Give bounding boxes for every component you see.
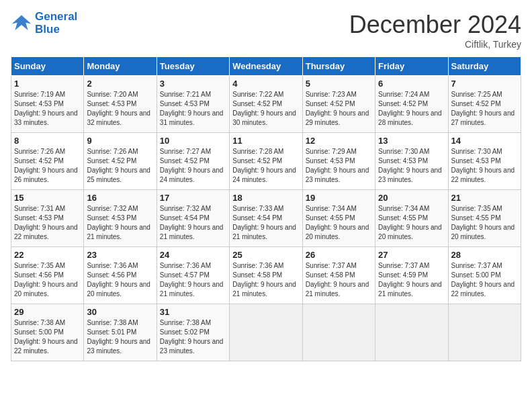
day-number: 3 bbox=[160, 79, 226, 89]
day-number: 25 bbox=[232, 250, 299, 260]
calendar-cell: 30Sunrise: 7:38 AMSunset: 5:01 PMDayligh… bbox=[84, 304, 157, 361]
day-number: 24 bbox=[160, 250, 226, 260]
page-header: General Blue December 2024 Ciftlik, Turk… bbox=[11, 11, 521, 50]
calendar-cell: 11Sunrise: 7:28 AMSunset: 4:52 PMDayligh… bbox=[230, 133, 302, 190]
calendar-cell: 12Sunrise: 7:29 AMSunset: 4:53 PMDayligh… bbox=[302, 133, 375, 190]
day-info: Sunrise: 7:34 AMSunset: 4:55 PMDaylight:… bbox=[378, 204, 445, 242]
day-number: 10 bbox=[160, 136, 226, 146]
calendar-cell: 27Sunrise: 7:37 AMSunset: 4:59 PMDayligh… bbox=[375, 247, 448, 304]
calendar-cell: 20Sunrise: 7:34 AMSunset: 4:55 PMDayligh… bbox=[375, 190, 448, 247]
day-info: Sunrise: 7:21 AMSunset: 4:53 PMDaylight:… bbox=[160, 90, 226, 128]
day-info: Sunrise: 7:36 AMSunset: 4:56 PMDaylight:… bbox=[87, 261, 153, 299]
day-header-tuesday: Tuesday bbox=[157, 57, 229, 76]
day-info: Sunrise: 7:35 AMSunset: 4:55 PMDaylight:… bbox=[451, 204, 518, 242]
day-info: Sunrise: 7:38 AMSunset: 5:00 PMDaylight:… bbox=[14, 318, 81, 356]
calendar-week-row: 29Sunrise: 7:38 AMSunset: 5:00 PMDayligh… bbox=[11, 304, 521, 361]
calendar-cell: 24Sunrise: 7:36 AMSunset: 4:57 PMDayligh… bbox=[157, 247, 229, 304]
title-block: December 2024 Ciftlik, Turkey bbox=[349, 11, 521, 50]
day-number: 30 bbox=[87, 307, 153, 317]
calendar-cell: 14Sunrise: 7:30 AMSunset: 4:53 PMDayligh… bbox=[448, 133, 521, 190]
day-number: 12 bbox=[306, 136, 372, 146]
day-number: 2 bbox=[87, 79, 153, 89]
day-info: Sunrise: 7:30 AMSunset: 4:53 PMDaylight:… bbox=[451, 147, 518, 185]
day-info: Sunrise: 7:36 AMSunset: 4:57 PMDaylight:… bbox=[160, 261, 226, 299]
day-info: Sunrise: 7:32 AMSunset: 4:53 PMDaylight:… bbox=[87, 204, 153, 242]
day-number: 9 bbox=[87, 136, 153, 146]
calendar-cell: 4Sunrise: 7:22 AMSunset: 4:52 PMDaylight… bbox=[230, 76, 302, 133]
day-info: Sunrise: 7:25 AMSunset: 4:52 PMDaylight:… bbox=[451, 90, 518, 128]
day-info: Sunrise: 7:27 AMSunset: 4:52 PMDaylight:… bbox=[160, 147, 226, 185]
calendar-cell: 19Sunrise: 7:34 AMSunset: 4:55 PMDayligh… bbox=[302, 190, 375, 247]
svg-marker-0 bbox=[12, 15, 32, 30]
day-header-monday: Monday bbox=[84, 57, 157, 76]
calendar-week-row: 15Sunrise: 7:31 AMSunset: 4:53 PMDayligh… bbox=[11, 190, 521, 247]
day-info: Sunrise: 7:24 AMSunset: 4:52 PMDaylight:… bbox=[378, 90, 445, 128]
calendar-cell: 6Sunrise: 7:24 AMSunset: 4:52 PMDaylight… bbox=[375, 76, 448, 133]
day-info: Sunrise: 7:22 AMSunset: 4:52 PMDaylight:… bbox=[232, 90, 299, 128]
day-number: 11 bbox=[232, 136, 299, 146]
day-number: 31 bbox=[160, 307, 226, 317]
location: Ciftlik, Turkey bbox=[349, 39, 521, 50]
day-info: Sunrise: 7:36 AMSunset: 4:58 PMDaylight:… bbox=[232, 261, 299, 299]
day-info: Sunrise: 7:37 AMSunset: 4:59 PMDaylight:… bbox=[378, 261, 445, 299]
calendar-cell: 31Sunrise: 7:38 AMSunset: 5:02 PMDayligh… bbox=[157, 304, 229, 361]
day-info: Sunrise: 7:31 AMSunset: 4:53 PMDaylight:… bbox=[14, 204, 81, 242]
day-info: Sunrise: 7:23 AMSunset: 4:52 PMDaylight:… bbox=[306, 90, 372, 128]
day-info: Sunrise: 7:33 AMSunset: 4:54 PMDaylight:… bbox=[232, 204, 299, 242]
day-info: Sunrise: 7:32 AMSunset: 4:54 PMDaylight:… bbox=[160, 204, 226, 242]
calendar-cell: 16Sunrise: 7:32 AMSunset: 4:53 PMDayligh… bbox=[84, 190, 157, 247]
day-number: 5 bbox=[306, 79, 372, 89]
day-header-sunday: Sunday bbox=[11, 57, 84, 76]
day-info: Sunrise: 7:38 AMSunset: 5:02 PMDaylight:… bbox=[160, 318, 226, 356]
day-number: 27 bbox=[378, 250, 445, 260]
day-header-friday: Friday bbox=[375, 57, 448, 76]
day-number: 28 bbox=[451, 250, 518, 260]
calendar-cell: 7Sunrise: 7:25 AMSunset: 4:52 PMDaylight… bbox=[448, 76, 521, 133]
calendar-cell: 8Sunrise: 7:26 AMSunset: 4:52 PMDaylight… bbox=[11, 133, 84, 190]
day-number: 22 bbox=[14, 250, 81, 260]
day-number: 29 bbox=[14, 307, 81, 317]
calendar-cell: 26Sunrise: 7:37 AMSunset: 4:58 PMDayligh… bbox=[302, 247, 375, 304]
calendar-cell: 23Sunrise: 7:36 AMSunset: 4:56 PMDayligh… bbox=[84, 247, 157, 304]
day-header-saturday: Saturday bbox=[448, 57, 521, 76]
day-number: 7 bbox=[451, 79, 518, 89]
day-number: 8 bbox=[14, 136, 81, 146]
day-number: 6 bbox=[378, 79, 445, 89]
day-header-thursday: Thursday bbox=[302, 57, 375, 76]
day-number: 1 bbox=[14, 79, 81, 89]
day-number: 23 bbox=[87, 250, 153, 260]
day-info: Sunrise: 7:37 AMSunset: 4:58 PMDaylight:… bbox=[306, 261, 372, 299]
calendar-cell: 21Sunrise: 7:35 AMSunset: 4:55 PMDayligh… bbox=[448, 190, 521, 247]
calendar-cell: 15Sunrise: 7:31 AMSunset: 4:53 PMDayligh… bbox=[11, 190, 84, 247]
calendar-table: SundayMondayTuesdayWednesdayThursdayFrid… bbox=[11, 56, 521, 361]
day-number: 17 bbox=[160, 193, 226, 203]
day-info: Sunrise: 7:19 AMSunset: 4:53 PMDaylight:… bbox=[14, 90, 81, 128]
calendar-cell: 13Sunrise: 7:30 AMSunset: 4:53 PMDayligh… bbox=[375, 133, 448, 190]
day-number: 26 bbox=[306, 250, 372, 260]
day-info: Sunrise: 7:30 AMSunset: 4:53 PMDaylight:… bbox=[378, 147, 445, 185]
day-number: 15 bbox=[14, 193, 81, 203]
calendar-cell: 5Sunrise: 7:23 AMSunset: 4:52 PMDaylight… bbox=[302, 76, 375, 133]
calendar-cell: 29Sunrise: 7:38 AMSunset: 5:00 PMDayligh… bbox=[11, 304, 84, 361]
day-info: Sunrise: 7:29 AMSunset: 4:53 PMDaylight:… bbox=[306, 147, 372, 185]
calendar-cell bbox=[448, 304, 521, 361]
calendar-cell: 17Sunrise: 7:32 AMSunset: 4:54 PMDayligh… bbox=[157, 190, 229, 247]
logo: General Blue bbox=[11, 11, 77, 36]
day-number: 19 bbox=[306, 193, 372, 203]
day-info: Sunrise: 7:26 AMSunset: 4:52 PMDaylight:… bbox=[14, 147, 81, 185]
calendar-cell: 9Sunrise: 7:26 AMSunset: 4:52 PMDaylight… bbox=[84, 133, 157, 190]
calendar-cell: 3Sunrise: 7:21 AMSunset: 4:53 PMDaylight… bbox=[157, 76, 229, 133]
calendar-cell: 2Sunrise: 7:20 AMSunset: 4:53 PMDaylight… bbox=[84, 76, 157, 133]
day-number: 18 bbox=[232, 193, 299, 203]
day-info: Sunrise: 7:37 AMSunset: 5:00 PMDaylight:… bbox=[451, 261, 518, 299]
day-info: Sunrise: 7:38 AMSunset: 5:01 PMDaylight:… bbox=[87, 318, 153, 356]
calendar-cell: 10Sunrise: 7:27 AMSunset: 4:52 PMDayligh… bbox=[157, 133, 229, 190]
day-info: Sunrise: 7:34 AMSunset: 4:55 PMDaylight:… bbox=[306, 204, 372, 242]
calendar-cell: 22Sunrise: 7:35 AMSunset: 4:56 PMDayligh… bbox=[11, 247, 84, 304]
day-number: 16 bbox=[87, 193, 153, 203]
calendar-week-row: 22Sunrise: 7:35 AMSunset: 4:56 PMDayligh… bbox=[11, 247, 521, 304]
calendar-cell: 1Sunrise: 7:19 AMSunset: 4:53 PMDaylight… bbox=[11, 76, 84, 133]
calendar-cell: 18Sunrise: 7:33 AMSunset: 4:54 PMDayligh… bbox=[230, 190, 302, 247]
day-number: 21 bbox=[451, 193, 518, 203]
calendar-cell: 28Sunrise: 7:37 AMSunset: 5:00 PMDayligh… bbox=[448, 247, 521, 304]
